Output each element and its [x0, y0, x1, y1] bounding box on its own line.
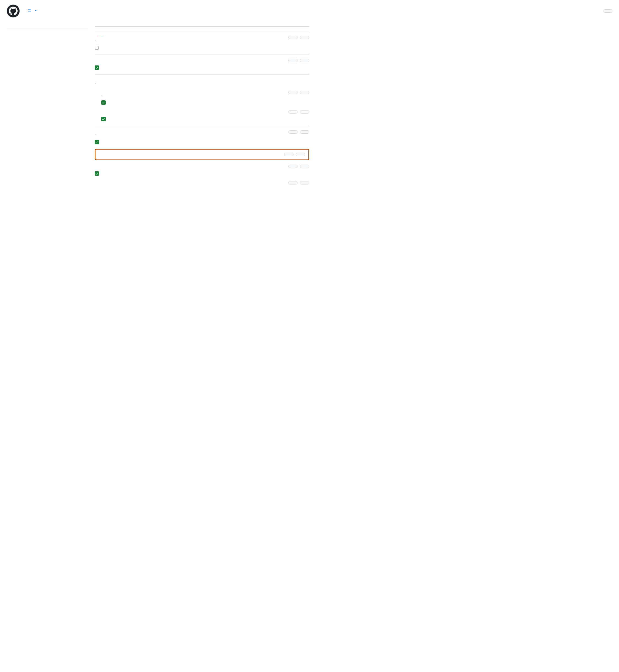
section-desc: .	[95, 79, 309, 85]
enable-all-button[interactable]	[300, 110, 309, 114]
disable-all-button[interactable]	[288, 130, 298, 134]
swap-icon	[27, 8, 31, 12]
disable-all-button[interactable]	[288, 181, 298, 184]
check-icon	[102, 118, 105, 121]
section-desc: .	[95, 131, 284, 137]
org-info	[7, 4, 37, 18]
disable-all-button[interactable]	[288, 59, 298, 62]
section-private-vulnerability-reporting: .	[95, 36, 309, 55]
disable-all-button[interactable]	[288, 36, 298, 39]
beta-badge	[97, 36, 102, 36]
switch-account-link[interactable]	[27, 8, 37, 12]
disable-all-button[interactable]	[288, 91, 298, 94]
enable-all-button[interactable]	[300, 59, 309, 62]
auto-enable-updates-checkbox[interactable]	[101, 117, 106, 121]
disable-all-button[interactable]	[288, 110, 298, 114]
enable-all-button[interactable]	[296, 153, 305, 156]
enable-all-button[interactable]	[300, 130, 309, 134]
section-ghas: .	[95, 126, 309, 189]
enable-all-button[interactable]	[300, 181, 309, 184]
go-to-profile-button[interactable]	[603, 9, 612, 13]
caret-down-icon	[35, 9, 37, 11]
divider	[95, 31, 309, 31]
subsection-desc: .	[101, 91, 284, 97]
auto-enable-depgraph-checkbox[interactable]	[95, 65, 99, 70]
org-avatar	[7, 4, 20, 18]
section-secret-scanning	[95, 165, 309, 184]
subsection-push-protection	[101, 181, 309, 184]
section-dependency-graph	[95, 55, 309, 75]
section-desc: .	[95, 37, 284, 43]
github-icon	[9, 7, 18, 15]
check-icon	[95, 141, 98, 144]
auto-enable-ghas-checkbox[interactable]	[95, 140, 99, 144]
auto-enable-secretscan-checkbox[interactable]	[95, 171, 99, 176]
disable-all-button[interactable]	[288, 165, 298, 168]
disable-all-button[interactable]	[284, 153, 293, 156]
page-header	[0, 0, 619, 20]
main-content: .	[95, 24, 309, 189]
check-icon	[102, 101, 105, 104]
subsection-dependabot-alerts: .	[101, 91, 309, 105]
section-dependabot: . .	[95, 75, 309, 126]
page-title	[95, 24, 309, 27]
subsection-dependabot-updates	[101, 110, 309, 121]
auto-enable-alerts-checkbox[interactable]	[101, 100, 106, 105]
check-icon	[95, 66, 98, 69]
enable-all-button[interactable]	[300, 36, 309, 39]
check-icon	[95, 172, 98, 175]
enable-all-button[interactable]	[300, 165, 309, 168]
settings-sidebar	[7, 24, 88, 189]
section-code-scanning-highlight	[95, 149, 309, 160]
enable-all-button[interactable]	[300, 91, 309, 94]
auto-enable-pvr-checkbox[interactable]	[95, 46, 98, 50]
